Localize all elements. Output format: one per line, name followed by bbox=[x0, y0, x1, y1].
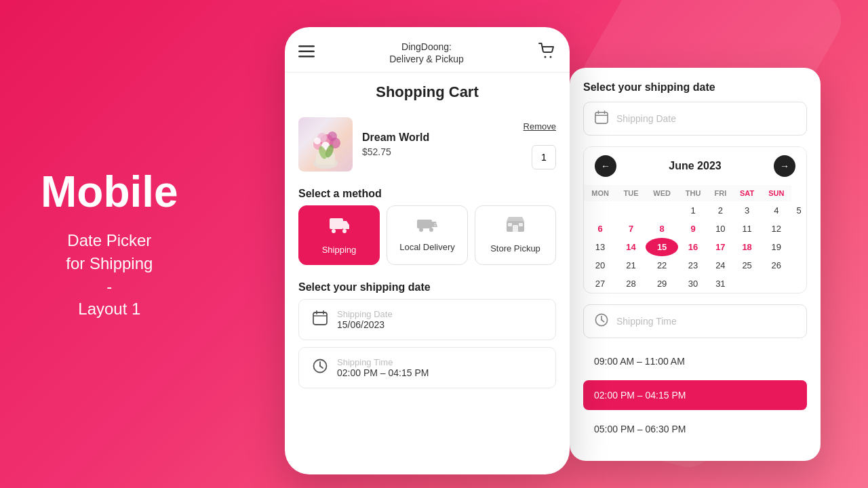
calendar-grid: MON TUE WED THU FRI SAT SUN 123456789101… bbox=[584, 185, 806, 293]
time-field-content: Shipping Time 02:00 PM – 04:15 PM bbox=[337, 357, 429, 378]
cal-day[interactable]: 31 bbox=[708, 274, 733, 293]
product-image bbox=[298, 117, 353, 171]
cal-day[interactable]: 30 bbox=[678, 274, 708, 293]
cal-day[interactable]: 18 bbox=[733, 238, 762, 256]
svg-rect-27 bbox=[519, 223, 523, 226]
method-shipping[interactable]: Shipping bbox=[298, 205, 380, 265]
cal-day bbox=[584, 201, 616, 220]
cal-day[interactable]: 3 bbox=[733, 201, 762, 220]
calendar-widget: ← June 2023 → MON TUE WED THU FRI SAT SU… bbox=[583, 146, 807, 293]
calendar-header: ← June 2023 → bbox=[584, 147, 806, 185]
cal-day[interactable]: 24 bbox=[708, 256, 733, 274]
cal-day[interactable]: 22 bbox=[646, 256, 678, 274]
cal-day[interactable]: 13 bbox=[584, 238, 616, 256]
cal-day[interactable]: 11 bbox=[733, 220, 762, 238]
date-field[interactable]: Shipping Date 15/06/2023 bbox=[298, 299, 556, 340]
svg-rect-0 bbox=[298, 45, 315, 47]
svg-point-4 bbox=[549, 56, 551, 58]
cal-day[interactable]: 8 bbox=[646, 220, 678, 238]
hamburger-icon[interactable] bbox=[298, 44, 315, 62]
cal-day[interactable]: 6 bbox=[584, 220, 616, 238]
time-slot-1[interactable]: 02:00 PM – 04:15 PM bbox=[583, 380, 807, 410]
left-panel: Mobile Date Picker for Shipping - Layout… bbox=[41, 168, 178, 321]
method-local-delivery[interactable]: Local Delivery bbox=[387, 205, 468, 265]
phone-calendar: Select your shipping date Shipping Date … bbox=[570, 68, 821, 461]
cal-day[interactable]: 25 bbox=[733, 256, 762, 274]
cal-day[interactable]: 14 bbox=[616, 238, 646, 256]
calendar-content: Select your shipping date Shipping Date … bbox=[570, 68, 821, 461]
cal-day[interactable]: 27 bbox=[584, 274, 616, 293]
main-title: Mobile bbox=[41, 168, 178, 216]
calendar-prev[interactable]: ← bbox=[595, 155, 616, 177]
cal-day[interactable]: 15 bbox=[646, 238, 678, 256]
cal-day[interactable]: 26 bbox=[762, 256, 792, 274]
cal-day[interactable]: 16 bbox=[678, 238, 708, 256]
svg-point-11 bbox=[328, 131, 337, 141]
product-info: Dream World $52.75 bbox=[362, 131, 514, 157]
weekday-thu: THU bbox=[678, 185, 708, 201]
time-slots: 09:00 AM – 11:00 AM02:00 PM – 04:15 PM05… bbox=[583, 346, 807, 444]
svg-rect-1 bbox=[298, 51, 315, 53]
method-store-pickup[interactable]: Store Pickup bbox=[475, 205, 556, 265]
cal-day bbox=[733, 274, 762, 293]
time-field[interactable]: Shipping Time 02:00 PM – 04:15 PM bbox=[298, 347, 556, 388]
cal-day[interactable]: 17 bbox=[708, 238, 733, 256]
cal-day[interactable]: 5 bbox=[791, 201, 806, 220]
time-slot-2[interactable]: 05:00 PM – 06:30 PM bbox=[583, 414, 807, 444]
svg-point-21 bbox=[429, 228, 433, 232]
cal-day[interactable]: 21 bbox=[616, 256, 646, 274]
cal-day bbox=[646, 201, 678, 220]
remove-button[interactable]: Remove bbox=[524, 121, 556, 131]
weekday-sat: SAT bbox=[733, 185, 762, 201]
local-delivery-icon bbox=[416, 216, 438, 237]
shipping-date-input[interactable]: Shipping Date bbox=[583, 102, 807, 136]
shipping-label: Shipping bbox=[322, 245, 357, 255]
svg-rect-35 bbox=[595, 113, 608, 123]
calendar-month: June 2023 bbox=[669, 160, 721, 172]
phone-main: DingDoong: Delivery & Pickup Shopping Ca… bbox=[285, 27, 570, 474]
cal-day[interactable]: 19 bbox=[762, 238, 792, 256]
cal-day[interactable]: 29 bbox=[646, 274, 678, 293]
cal-day[interactable]: 23 bbox=[678, 256, 708, 274]
weekday-tue: TUE bbox=[616, 185, 646, 201]
date-placeholder: Shipping Date bbox=[337, 309, 393, 319]
cal-day[interactable]: 20 bbox=[584, 256, 616, 274]
product-item: Dream World $52.75 Remove 1 bbox=[285, 109, 570, 180]
cal-day[interactable]: 10 bbox=[708, 220, 733, 238]
time-placeholder: Shipping Time bbox=[337, 357, 429, 367]
cal-section-label: Select your shipping date bbox=[583, 81, 807, 94]
cal-day[interactable]: 9 bbox=[678, 220, 708, 238]
local-delivery-label: Local Delivery bbox=[399, 242, 455, 252]
cal-day[interactable]: 1 bbox=[678, 201, 708, 220]
cal-day[interactable]: 4 bbox=[762, 201, 792, 220]
shipping-time-input[interactable]: Shipping Time bbox=[583, 304, 807, 338]
shipping-time-placeholder: Shipping Time bbox=[616, 316, 677, 327]
date-field-content: Shipping Date 15/06/2023 bbox=[337, 309, 393, 330]
store-pickup-label: Store Pickup bbox=[490, 243, 540, 253]
app-header: DingDoong: Delivery & Pickup bbox=[285, 27, 570, 73]
cart-icon[interactable] bbox=[538, 43, 556, 63]
shipping-date-section-label: Select your shipping date bbox=[285, 273, 570, 299]
svg-point-3 bbox=[544, 56, 546, 58]
weekday-fri: FRI bbox=[708, 185, 733, 201]
method-buttons: Shipping Local Delivery bbox=[285, 205, 570, 273]
cal-day[interactable]: 28 bbox=[616, 274, 646, 293]
svg-rect-25 bbox=[513, 225, 518, 232]
quantity-box[interactable]: 1 bbox=[532, 145, 556, 169]
svg-line-41 bbox=[601, 320, 604, 322]
shipping-icon bbox=[328, 216, 350, 239]
cal-day[interactable]: 7 bbox=[616, 220, 646, 238]
cal-day[interactable]: 2 bbox=[708, 201, 733, 220]
clock-icon bbox=[313, 359, 328, 377]
cal-day[interactable]: 12 bbox=[762, 220, 792, 238]
weekday-sun: SUN bbox=[762, 185, 792, 201]
svg-rect-19 bbox=[417, 220, 432, 228]
date-value: 15/06/2023 bbox=[337, 319, 393, 330]
svg-rect-16 bbox=[330, 218, 343, 229]
app-title: DingDoong: Delivery & Pickup bbox=[389, 41, 464, 65]
calendar-icon bbox=[313, 310, 328, 329]
method-section-label: Select a method bbox=[285, 180, 570, 205]
time-slot-0[interactable]: 09:00 AM – 11:00 AM bbox=[583, 346, 807, 376]
calendar-next[interactable]: → bbox=[774, 155, 795, 177]
product-name: Dream World bbox=[362, 131, 514, 144]
